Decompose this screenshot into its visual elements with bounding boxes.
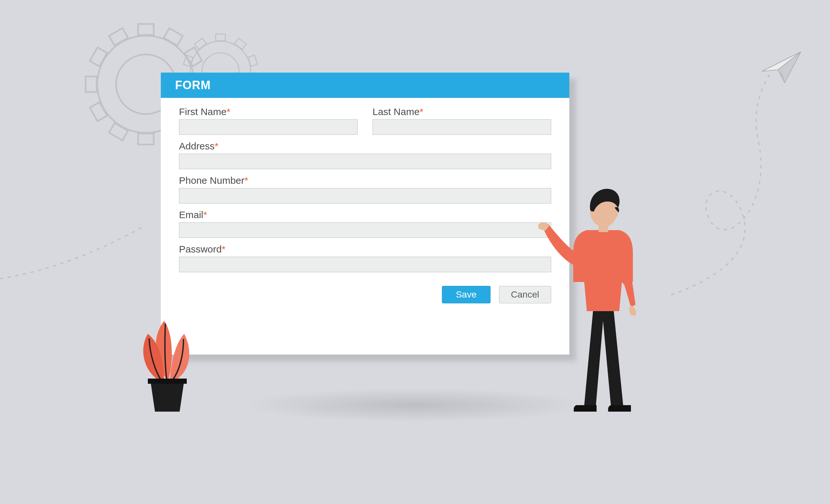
email-label: Email* — [179, 209, 551, 221]
first-name-input[interactable] — [179, 119, 358, 135]
required-mark: * — [419, 106, 423, 117]
required-mark: * — [222, 244, 226, 255]
form-card: FORM First Name* Last Name* Address* — [161, 73, 569, 355]
first-name-label: First Name* — [179, 106, 358, 117]
save-button[interactable]: Save — [442, 286, 490, 303]
address-input[interactable] — [179, 154, 551, 169]
password-label: Password* — [179, 244, 551, 255]
last-name-label: Last Name* — [373, 106, 551, 117]
last-name-label-text: Last Name — [373, 106, 419, 117]
required-mark: * — [215, 141, 219, 152]
field-first-name: First Name* — [179, 106, 358, 135]
field-password: Password* — [179, 244, 551, 272]
email-label-text: Email — [179, 209, 203, 220]
password-input[interactable] — [179, 257, 551, 272]
svg-marker-4 — [762, 52, 801, 71]
phone-label: Phone Number* — [179, 175, 551, 186]
phone-number-input[interactable] — [179, 188, 551, 204]
svg-marker-5 — [778, 52, 801, 82]
paper-plane-decoration — [619, 45, 814, 298]
required-mark: * — [203, 209, 207, 220]
form-actions: Save Cancel — [179, 286, 551, 303]
svg-rect-7 — [148, 378, 187, 384]
first-name-label-text: First Name — [179, 106, 227, 117]
form-header: FORM — [161, 73, 569, 98]
field-address: Address* — [179, 141, 551, 169]
phone-label-text: Phone Number — [179, 175, 245, 186]
last-name-input[interactable] — [373, 119, 551, 135]
form-body: First Name* Last Name* Address* — [161, 98, 569, 313]
email-input[interactable] — [179, 222, 551, 238]
svg-rect-8 — [599, 222, 608, 232]
password-label-text: Password — [179, 244, 222, 255]
required-mark: * — [227, 106, 230, 117]
field-last-name: Last Name* — [373, 106, 551, 135]
required-mark: * — [245, 175, 248, 186]
field-email: Email* — [179, 209, 551, 238]
address-label: Address* — [179, 141, 551, 152]
floor-shadow-decoration — [168, 379, 662, 431]
svg-marker-6 — [778, 70, 785, 82]
form-title: FORM — [175, 78, 211, 92]
address-label-text: Address — [179, 141, 215, 152]
field-phone: Phone Number* — [179, 175, 551, 204]
svg-point-10 — [611, 209, 618, 218]
left-dash-decoration — [0, 221, 143, 285]
cancel-button[interactable]: Cancel — [499, 286, 551, 303]
svg-point-9 — [590, 196, 617, 227]
